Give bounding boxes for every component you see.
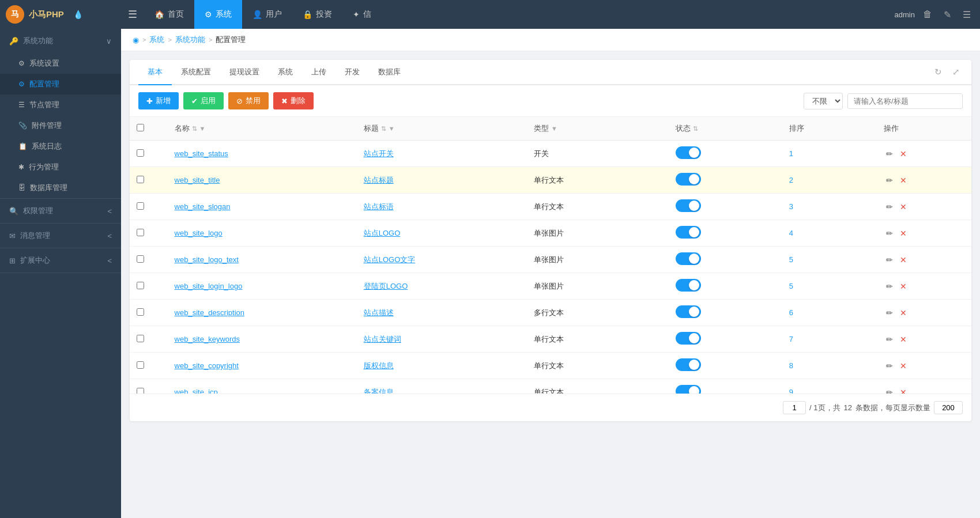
row-title-link[interactable]: 站点开关 (364, 149, 394, 158)
sort-link[interactable]: 4 (789, 229, 793, 237)
fullscreen-icon[interactable]: ⤢ (949, 65, 963, 79)
row-checkbox[interactable] (137, 388, 144, 394)
status-toggle[interactable] (676, 358, 701, 371)
edit-row-button[interactable]: ✏ (884, 148, 895, 160)
sidebar-item-behavior-manage[interactable]: ✱ 行为管理 (0, 157, 121, 177)
sort-link[interactable]: 8 (789, 361, 793, 370)
add-button[interactable]: ✚ 新增 (138, 92, 179, 109)
row-checkbox[interactable] (137, 335, 144, 342)
row-name-link[interactable]: web_site_logo_text (175, 255, 239, 264)
sort-link[interactable]: 9 (789, 388, 793, 394)
sidebar-item-db-manage[interactable]: 🗄 数据库管理 (0, 177, 121, 198)
row-title-link[interactable]: 站点标语 (364, 202, 394, 211)
tab-basic[interactable]: 基本 (138, 60, 172, 85)
row-name-link[interactable]: web_site_slogan (175, 202, 231, 211)
tab-database[interactable]: 数据库 (369, 60, 410, 85)
row-title-link[interactable]: 登陆页LOGO (364, 282, 408, 290)
delete-row-button[interactable]: ✕ (898, 201, 909, 213)
row-checkbox[interactable] (137, 361, 144, 369)
edit-row-button[interactable]: ✏ (884, 360, 895, 372)
sort-link[interactable]: 6 (789, 308, 793, 317)
delete-row-button[interactable]: ✕ (898, 387, 909, 394)
sort-link[interactable]: 2 (789, 176, 793, 184)
status-toggle[interactable] (676, 385, 701, 394)
row-title-link[interactable]: 站点LOGO文字 (364, 255, 416, 264)
edit-row-button[interactable]: ✏ (884, 175, 895, 186)
sort-link[interactable]: 1 (789, 149, 793, 158)
row-name-link[interactable]: web_site_copyright (175, 361, 239, 370)
row-checkbox[interactable] (137, 202, 144, 210)
nav-item-invest[interactable]: 🔒投资 (292, 0, 342, 29)
delete-row-button[interactable]: ✕ (898, 148, 909, 160)
sort-link[interactable]: 7 (789, 335, 793, 343)
delete-row-button[interactable]: ✕ (898, 307, 909, 319)
row-name-link[interactable]: web_site_keywords (175, 335, 240, 343)
edit-row-button[interactable]: ✏ (884, 334, 895, 345)
sort-link[interactable]: 5 (789, 255, 793, 264)
row-checkbox[interactable] (137, 176, 144, 183)
search-input[interactable] (847, 93, 963, 109)
tab-upload[interactable]: 上传 (302, 60, 336, 85)
row-name-link[interactable]: web_site_icp (175, 388, 218, 394)
status-filter[interactable]: 不限 (804, 93, 843, 109)
refresh-icon[interactable]: ↻ (932, 65, 945, 79)
status-toggle[interactable] (676, 199, 701, 212)
delete-row-button[interactable]: ✕ (898, 175, 909, 186)
menu-icon[interactable]: ☰ (959, 7, 974, 22)
row-name-link[interactable]: web_site_logo (175, 229, 223, 237)
nav-item-user[interactable]: 👤用户 (242, 0, 292, 29)
status-toggle[interactable] (676, 332, 701, 345)
name-filter-icon[interactable]: ▼ (199, 125, 206, 132)
row-title-link[interactable]: 站点LOGO (364, 229, 401, 237)
sidebar-group-extension[interactable]: ⊞ 扩展中心 < (0, 248, 121, 273)
page-number-input[interactable] (783, 401, 806, 414)
sidebar-toggle[interactable]: ☰ (121, 8, 144, 21)
delete-row-button[interactable]: ✕ (898, 228, 909, 239)
row-name-link[interactable]: web_site_login_logo (175, 282, 243, 290)
notification-bell[interactable]: 💧 (73, 10, 83, 19)
sidebar-item-system-log[interactable]: 📋 系统日志 (0, 136, 121, 157)
edit-row-button[interactable]: ✏ (884, 307, 895, 319)
status-toggle[interactable] (676, 252, 701, 265)
row-checkbox[interactable] (137, 229, 144, 236)
row-name-link[interactable]: web_site_description (175, 308, 244, 317)
delete-row-button[interactable]: ✕ (898, 281, 909, 292)
delete-row-button[interactable]: ✕ (898, 360, 909, 372)
type-filter-icon[interactable]: ▼ (551, 125, 557, 132)
delete-button[interactable]: ✖ 删除 (273, 92, 314, 109)
edit-row-button[interactable]: ✏ (884, 387, 895, 394)
status-toggle[interactable] (676, 279, 701, 292)
status-toggle[interactable] (676, 305, 701, 318)
title-filter-icon[interactable]: ▼ (389, 125, 395, 132)
sidebar-group-message[interactable]: ✉ 消息管理 < (0, 224, 121, 248)
row-name-link[interactable]: web_site_status (175, 149, 228, 158)
delete-row-button[interactable]: ✕ (898, 334, 909, 345)
tab-system-config[interactable]: 系统配置 (172, 60, 220, 85)
select-all-checkbox[interactable] (137, 124, 144, 131)
row-checkbox[interactable] (137, 308, 144, 316)
row-title-link[interactable]: 站点描述 (364, 308, 394, 317)
edit-icon[interactable]: ✎ (940, 7, 955, 22)
page-size-input[interactable] (934, 401, 963, 414)
tab-develop[interactable]: 开发 (336, 60, 369, 85)
status-toggle[interactable] (676, 226, 701, 239)
row-title-link[interactable]: 备案信息 (364, 388, 394, 394)
edit-row-button[interactable]: ✏ (884, 254, 895, 266)
breadcrumb-system-functions[interactable]: 系统功能 (175, 35, 205, 45)
sidebar-group-system-functions[interactable]: 🔑 系统功能 ∨ (0, 29, 121, 53)
sidebar-group-permission[interactable]: 🔍 权限管理 < (0, 199, 121, 223)
name-sort-icon[interactable]: ⇅ (192, 125, 197, 133)
tab-withdraw-settings[interactable]: 提现设置 (220, 60, 269, 85)
sidebar-item-system-settings[interactable]: ⚙ 系统设置 (0, 53, 121, 74)
edit-row-button[interactable]: ✏ (884, 281, 895, 292)
breadcrumb-system[interactable]: 系统 (149, 35, 164, 45)
edit-row-button[interactable]: ✏ (884, 201, 895, 213)
status-toggle[interactable] (676, 173, 701, 186)
row-checkbox[interactable] (137, 282, 144, 289)
sidebar-item-attachment-manage[interactable]: 📎 附件管理 (0, 115, 121, 136)
row-name-link[interactable]: web_site_title (175, 176, 220, 184)
nav-item-xin[interactable]: ✦信 (342, 0, 382, 29)
enable-button[interactable]: ✔ 启用 (183, 92, 224, 109)
row-checkbox[interactable] (137, 255, 144, 263)
delete-row-button[interactable]: ✕ (898, 254, 909, 266)
